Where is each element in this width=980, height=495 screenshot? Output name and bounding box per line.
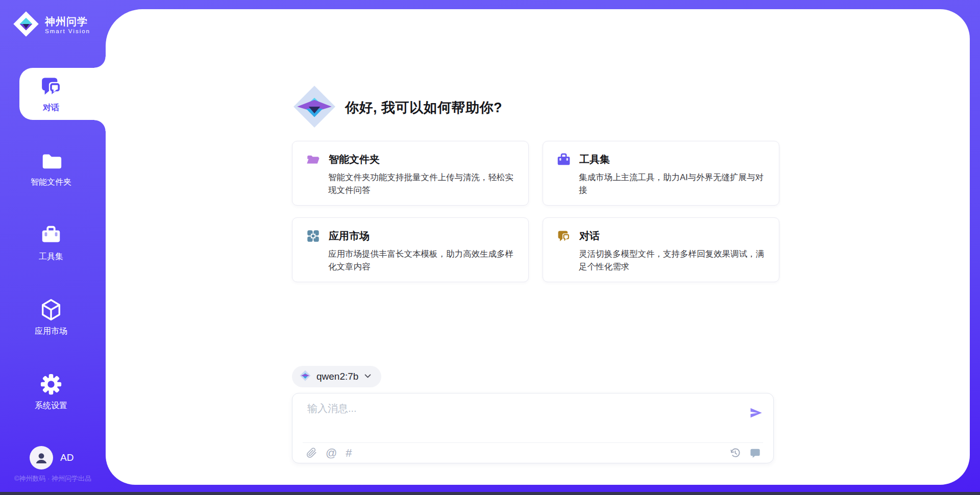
- chat-bubble-icon[interactable]: [749, 447, 761, 459]
- sidebar-nav: 对话 智能文件夹: [0, 68, 102, 440]
- avatar: [30, 446, 53, 469]
- sidebar-item-toolset[interactable]: 工具集: [0, 217, 102, 269]
- card-smart-folder[interactable]: 智能文件夹 智能文件夹功能支持批量文件上传与清洗，轻松实现文件问答: [292, 141, 529, 206]
- mention-icon[interactable]: @: [326, 448, 337, 459]
- composer-toolbar: @ #: [292, 443, 773, 463]
- sidebar-item-label: 应用市场: [35, 326, 67, 337]
- app-window: 神州问学 Smart Vision 对话: [0, 0, 980, 495]
- brand-logo-icon: [12, 10, 40, 40]
- card-title: 智能文件夹: [329, 153, 380, 166]
- card-description: 智能文件夹功能支持批量文件上传与清洗，轻松实现文件问答: [328, 171, 520, 196]
- greeting-title: 你好, 我可以如何帮助你?: [345, 98, 502, 117]
- attachment-icon[interactable]: [306, 448, 317, 458]
- card-title: 应用市场: [329, 229, 370, 243]
- model-logo-icon: [299, 369, 311, 384]
- cube-icon: [39, 298, 63, 321]
- message-composer: @ #: [292, 393, 774, 463]
- message-input[interactable]: [307, 402, 738, 431]
- user-name: AD: [60, 452, 74, 463]
- sidebar-item-label: 系统设置: [35, 401, 67, 411]
- gear-icon: [39, 373, 63, 396]
- card-description: 集成市场上主流工具，助力AI与外界无缝扩展与对接: [579, 171, 771, 196]
- card-description: 应用市场提供丰富长文本模板，助力高效生成多样化文章内容: [328, 247, 520, 273]
- sidebar-item-label: 工具集: [39, 252, 63, 262]
- folder-icon: [39, 149, 63, 172]
- card-toolset[interactable]: 工具集 集成市场上主流工具，助力AI与外界无缝扩展与对接: [543, 141, 779, 206]
- copyright-text: ©神州数码 · 神州问学出品: [0, 474, 106, 483]
- model-selector[interactable]: qwen2:7b: [292, 366, 381, 387]
- app-grid-icon: [306, 229, 320, 243]
- sidebar-item-smart-folder[interactable]: 智能文件夹: [0, 142, 102, 194]
- sidebar: 神州问学 Smart Vision 对话: [0, 0, 106, 495]
- assistant-logo-icon: [292, 84, 337, 131]
- feature-cards: 智能文件夹 智能文件夹功能支持批量文件上传与清洗，轻松实现文件问答 工具集: [292, 141, 775, 282]
- sidebar-item-chat[interactable]: 对话: [0, 68, 102, 120]
- card-app-market[interactable]: 应用市场 应用市场提供丰富长文本模板，助力高效生成多样化文章内容: [292, 217, 529, 282]
- model-name: qwen2:7b: [316, 371, 358, 382]
- send-icon[interactable]: [748, 405, 764, 421]
- user-profile[interactable]: AD: [30, 446, 74, 469]
- bottom-edge-bar: [0, 492, 980, 495]
- brand-name: 神州问学: [45, 16, 90, 27]
- sidebar-item-settings[interactable]: 系统设置: [0, 366, 102, 418]
- card-chat[interactable]: 对话 灵活切换多模型文件，支持多样回复效果调试，满足个性化需求: [543, 217, 779, 282]
- brand: 神州问学 Smart Vision: [12, 10, 90, 40]
- toolbox-icon: [39, 224, 63, 247]
- greeting: 你好, 我可以如何帮助你?: [292, 84, 502, 131]
- folder-open-icon: [306, 153, 320, 166]
- card-description: 灵活切换多模型文件，支持多样回复效果调试，满足个性化需求: [579, 247, 771, 273]
- briefcase-icon: [557, 153, 571, 166]
- chat-bubbles-icon: [39, 75, 63, 98]
- hash-icon[interactable]: #: [346, 448, 352, 459]
- card-title: 对话: [579, 229, 600, 243]
- sidebar-item-label: 智能文件夹: [31, 177, 71, 188]
- chat-bubbles-icon: [557, 229, 571, 243]
- card-title: 工具集: [579, 153, 610, 166]
- main-panel: 你好, 我可以如何帮助你? 智能文件夹 智能文件夹功能支持批量文件上传与清洗，轻…: [106, 9, 970, 485]
- brand-subtitle: Smart Vision: [45, 28, 90, 34]
- sidebar-item-label: 对话: [43, 103, 59, 113]
- chevron-down-icon: [363, 372, 372, 382]
- sidebar-item-app-market[interactable]: 应用市场: [0, 291, 102, 343]
- history-icon[interactable]: [729, 447, 741, 459]
